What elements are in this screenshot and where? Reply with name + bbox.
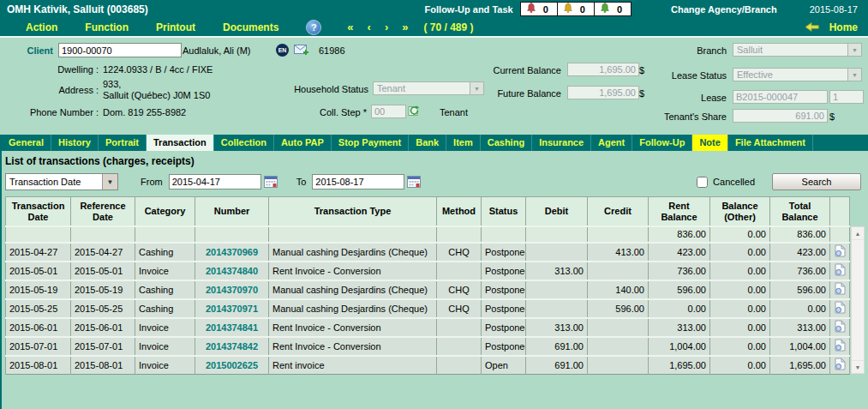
client-number-input[interactable] [58, 43, 182, 57]
document-icon[interactable] [835, 339, 846, 352]
transactions-table-wrap: Transaction DateReference DateCategoryNu… [5, 196, 866, 375]
help-icon[interactable]: ? [306, 20, 321, 35]
scroll-up-arrow[interactable]: ▲ [852, 227, 864, 240]
change-agency-branch-link[interactable]: Change Agency/Branch [671, 4, 777, 15]
tab-transaction[interactable]: Transaction [147, 135, 214, 151]
cell-balance_other: 0.00 [710, 337, 770, 356]
search-button[interactable]: Search [772, 173, 861, 190]
lease-status-label: Lease Status [591, 70, 727, 81]
tab-agent[interactable]: Agent [591, 135, 632, 151]
cell-balance_other: 0.00 [710, 356, 770, 375]
recalculate-icon[interactable] [408, 105, 421, 117]
language-badge: EN [276, 44, 289, 57]
cell-method [437, 226, 482, 243]
cell-reference_date: 2015-05-19 [71, 280, 135, 299]
cell-balance_other: 0.00 [710, 226, 770, 243]
filter-right-group: Cancelled Search [697, 173, 861, 190]
tab-bank[interactable]: Bank [409, 135, 446, 151]
cell-status: Postponed [482, 243, 526, 262]
tab-auto-pap[interactable]: Auto PAP [274, 135, 332, 151]
alert-green-button[interactable]: 0 [594, 2, 632, 16]
document-icon[interactable] [835, 263, 846, 276]
column-header: Method [437, 197, 482, 227]
cell-total_balance: 596.00 [770, 280, 830, 299]
cell-number[interactable]: 2014374840 [195, 262, 269, 280]
transaction-panel: List of transactions (charges, receipts)… [0, 151, 868, 409]
column-header: Number [195, 197, 269, 227]
cell-number[interactable]: 2014374841 [195, 318, 269, 337]
cell-number[interactable]: 2014370970 [195, 280, 269, 299]
to-date-input[interactable] [312, 174, 404, 189]
vertical-scrollbar[interactable]: ▲ ▼ [851, 226, 865, 374]
menu-documents[interactable]: Documents [223, 21, 278, 33]
tab-item[interactable]: Item [446, 135, 481, 151]
tab-follow-up[interactable]: Follow-Up [632, 135, 692, 151]
document-icon[interactable] [835, 282, 846, 295]
currency-sign: $ [829, 111, 835, 122]
tab-general[interactable]: General [2, 135, 51, 151]
cell-transaction_date: 2015-04-27 [6, 243, 71, 262]
cell-transaction_date [6, 226, 71, 243]
cell-rent_balance: 736.00 [649, 262, 710, 280]
cell-number[interactable]: 2015002625 [195, 356, 269, 375]
lease-status-value: Effective [733, 69, 847, 80]
menu-function[interactable]: Function [85, 21, 129, 33]
email-add-icon[interactable] [294, 45, 309, 56]
cell-number[interactable]: 2014374842 [195, 337, 269, 356]
tab-portrait[interactable]: Portrait [99, 135, 147, 151]
from-date-input[interactable] [169, 174, 261, 189]
chevron-down-icon: ▼ [847, 44, 861, 56]
cell-debit: 691.00 [526, 337, 588, 356]
document-icon[interactable] [835, 358, 846, 370]
filter-field-select[interactable]: Transaction Date ▼ [5, 173, 118, 190]
nav-next-button[interactable]: › [385, 21, 388, 33]
cell-reference_date: 2015-06-01 [71, 318, 135, 337]
tab-cashing[interactable]: Cashing [481, 135, 532, 151]
alert-yellow-button[interactable]: 0 [557, 2, 595, 16]
branch-value: Salluit [733, 45, 847, 55]
document-icon[interactable] [835, 301, 846, 314]
cell-method: CHQ [437, 299, 482, 318]
cancelled-checkbox[interactable] [697, 177, 708, 188]
document-icon[interactable] [835, 320, 846, 333]
nav-first-button[interactable]: « [347, 21, 353, 33]
menu-printout[interactable]: Printout [156, 21, 195, 33]
column-header-icon [830, 197, 850, 227]
lease-number-input [733, 90, 828, 104]
table-row: 2015-05-192015-05-19Cashing2014370970Man… [6, 280, 850, 299]
table-row: 2015-07-012015-07-01Invoice2014374842Ren… [6, 337, 850, 356]
cell-number[interactable]: 2014370969 [195, 243, 269, 262]
tab-insurance[interactable]: Insurance [532, 135, 591, 151]
cell-category: Cashing [135, 280, 195, 299]
tab-note[interactable]: Note [692, 135, 727, 151]
tenant-share-input [733, 109, 828, 123]
address-line2: Salluit (Québec) J0M 1S0 [103, 90, 210, 100]
tab-history[interactable]: History [51, 135, 99, 151]
section-title: List of transactions (charges, receipts) [2, 153, 868, 167]
cell-reference_date: 2015-04-27 [71, 243, 135, 262]
home-link[interactable]: Home [829, 21, 858, 33]
tab-collection[interactable]: Collection [214, 135, 274, 151]
cell-category: Cashing [135, 243, 195, 262]
green-alert-count: 0 [617, 4, 622, 15]
scroll-down-arrow[interactable]: ▼ [852, 360, 864, 373]
cell-type: Manual cashing Desjardins (Cheque) [269, 280, 437, 299]
cell-status: Postponed [482, 337, 526, 356]
tab-file-attachment[interactable]: File Attachment [728, 135, 813, 151]
cell-document [830, 226, 850, 243]
cell-total_balance: 836.00 [770, 226, 830, 243]
tab-stop-payment[interactable]: Stop Payment [332, 135, 409, 151]
transactions-table: Transaction DateReference DateCategoryNu… [5, 196, 850, 375]
table-row: 2015-05-012015-05-01Invoice2014374840Ren… [6, 262, 850, 280]
nav-previous-button[interactable]: ‹ [368, 21, 371, 33]
cell-type: Manual cashing Desjardins (Cheque) [269, 299, 437, 318]
calendar-icon[interactable] [407, 176, 421, 188]
menu-action[interactable]: Action [26, 21, 57, 33]
calendar-icon[interactable] [264, 176, 278, 188]
alert-red-button[interactable]: 0 [520, 2, 558, 16]
column-header: Rent Balance [649, 197, 710, 227]
nav-last-button[interactable]: » [402, 21, 408, 33]
cell-number[interactable]: 2014370971 [195, 299, 269, 318]
back-arrow-icon[interactable] [805, 22, 819, 32]
document-icon[interactable] [835, 244, 846, 257]
